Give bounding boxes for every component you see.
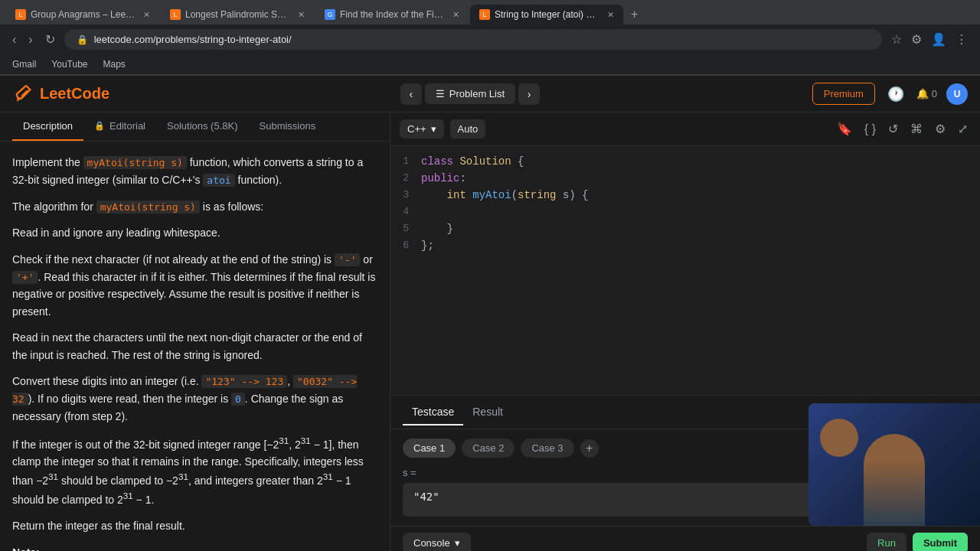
case-2-tab[interactable]: Case 2 [462,439,514,458]
left-tabs-bar: Description 🔒 Editorial Solutions (5.8K)… [0,112,390,142]
video-person-head [820,419,858,457]
tab-favicon-3: G [325,9,335,20]
lc-logo-icon [12,83,34,105]
tab-favicon-1: L [15,9,26,20]
add-case-button[interactable]: + [580,439,599,458]
bookmark-youtube[interactable]: YouTube [48,57,90,71]
new-tab-button[interactable]: + [625,5,644,24]
code-minus: '-' [335,253,360,266]
tab-close-1[interactable]: ✕ [143,10,150,20]
bell-icon: 🔔 [916,88,929,99]
hamburger-icon: ☰ [436,88,445,99]
console-label: Console [413,537,450,549]
submissions-tab-label: Submissions [260,120,316,132]
fullscreen-icon[interactable]: ⤢ [955,119,971,139]
back-button[interactable]: ‹ [9,30,19,50]
forward-button[interactable]: › [25,30,35,50]
result-tab[interactable]: Result [463,399,512,425]
tab-group-anagrams[interactable]: L Group Anagrams – LeetCode ✕ [6,5,159,24]
line-num-1: 1 [390,155,421,172]
tab-label-4: String to Integer (atoi) – LeetC... [495,9,599,20]
right-panel-wrapper: C++ ▾ Auto 🔖 { } ↺ ⌘ ⚙ ⤢ [390,112,980,551]
tab-close-3[interactable]: ✕ [452,10,459,20]
nav-icons: ☆ ⚙ 👤 ⋮ [888,29,971,50]
tab-label-2: Longest Palindromic Substring... [185,9,290,20]
video-thumbnail [808,403,980,526]
auto-label: Auto [458,123,479,135]
editorial-tab-label: Editorial [109,120,145,132]
case-3-tab[interactable]: Case 3 [521,439,573,458]
code-editor[interactable]: 1 class Solution { 2 public: 3 int myAto… [390,146,980,395]
lock-icon: 🔒 [77,34,88,45]
bookmark-gmail[interactable]: Gmail [9,57,39,71]
line-code-6: }; [421,240,980,256]
code-atoi: atoi [203,174,234,187]
code-myatoi-2: myAtoi(string s) [96,201,200,214]
tab-close-4[interactable]: ✕ [607,10,614,20]
auto-select[interactable]: Auto [450,119,486,139]
line-num-6: 6 [390,240,421,256]
lc-header: LeetCode ‹ ☰ Problem List › Premium 🕐 🔔 … [0,76,980,112]
tab-bar: L Group Anagrams – LeetCode ✕ L Longest … [0,0,980,24]
result-tab-label: Result [472,406,503,418]
address-bar[interactable]: 🔒 leetcode.com/problems/string-to-intege… [64,29,882,50]
tab-submissions[interactable]: Submissions [249,112,327,141]
code-plus: '+' [12,271,38,284]
step-1: Read in and ignore any leading whitespac… [12,224,377,241]
line-code-2: public: [421,172,980,189]
brackets-icon[interactable]: { } [861,119,879,139]
left-panel: Description 🔒 Editorial Solutions (5.8K)… [0,112,390,551]
problem-list-button[interactable]: ☰ Problem List [425,83,515,104]
bookmark-code-icon[interactable]: 🔖 [834,119,855,139]
reload-button[interactable]: ↻ [42,29,58,50]
solutions-tab-label: Solutions (5.8K) [167,120,238,132]
code-line-1: 1 class Solution { [390,155,980,172]
case-1-tab[interactable]: Case 1 [403,439,456,458]
tab-find-index[interactable]: G Find the Index of the First Oc... ✕ [315,5,469,24]
code-line-6: 6 }; [390,240,980,256]
step-3: Read in next the characters until the ne… [12,329,377,364]
code-line-2: 2 public: [390,172,980,189]
bookmark-icon[interactable]: ☆ [888,29,905,50]
code-123: "123" --> 123 [201,375,287,388]
next-problem-button[interactable]: › [518,83,540,105]
description-tab-label: Description [23,120,73,132]
undo-icon[interactable]: ↺ [885,119,901,139]
para-implement: Implement the myAtoi(string s) function,… [12,154,377,189]
tab-description[interactable]: Description [12,112,83,141]
tab-editorial[interactable]: 🔒 Editorial [83,112,156,141]
run-button[interactable]: Run [867,533,906,551]
profile-icon[interactable]: 👤 [928,29,949,50]
code-line-4: 4 [390,206,980,223]
extensions-icon[interactable]: ⚙ [908,29,925,50]
language-label: C++ [407,123,426,135]
console-bar: Console ▾ Run Submit [390,526,980,551]
notifications-badge[interactable]: 🔔 0 [916,88,937,99]
keyboard-icon[interactable]: ⌘ [907,119,926,139]
language-select[interactable]: C++ ▾ [400,119,444,139]
editor-toolbar-right: 🔖 { } ↺ ⌘ ⚙ ⤢ [834,119,971,139]
tab-close-2[interactable]: ✕ [298,10,305,20]
user-avatar[interactable]: U [946,83,968,105]
line-code-1: class Solution { [421,155,980,172]
lc-logo[interactable]: LeetCode [12,83,109,105]
premium-button[interactable]: Premium [812,83,875,105]
clock-icon[interactable]: 🕐 [884,83,907,106]
submit-button[interactable]: Submit [913,533,968,551]
console-button[interactable]: Console ▾ [403,533,471,551]
tab-palindromic[interactable]: L Longest Palindromic Substring... ✕ [161,5,314,24]
bookmark-maps[interactable]: Maps [100,57,129,71]
testcase-tab-label: Testcase [412,406,454,418]
line-num-2: 2 [390,172,421,189]
editorial-lock-icon: 🔒 [94,121,105,131]
step-6: Return the integer as the final result. [12,517,377,534]
menu-icon[interactable]: ⋮ [952,29,971,50]
tab-solutions[interactable]: Solutions (5.8K) [156,112,249,141]
note-heading: Note: [12,544,377,551]
prev-problem-button[interactable]: ‹ [400,83,422,105]
testcase-tab[interactable]: Testcase [403,399,463,425]
tab-atoi[interactable]: L String to Integer (atoi) – LeetC... ✕ [470,5,623,24]
step-5: If the integer is out of the 32-bit sign… [12,434,377,509]
settings-icon[interactable]: ⚙ [932,119,949,139]
line-num-5: 5 [390,223,421,240]
